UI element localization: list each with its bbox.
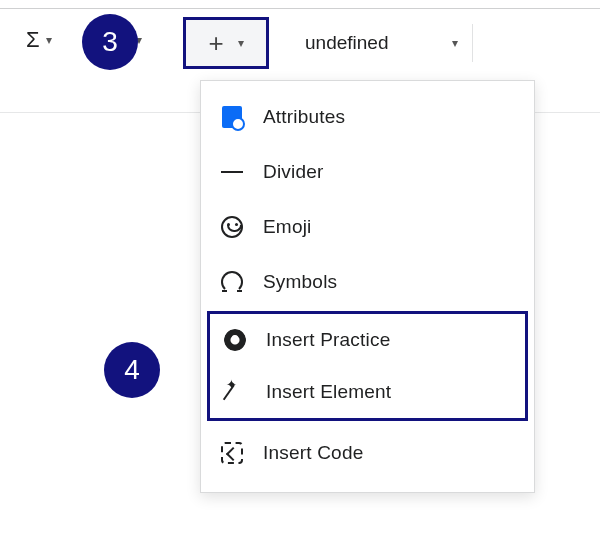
plus-icon: + (208, 30, 223, 56)
divider-icon (219, 159, 245, 185)
chevron-down-icon: ▾ (238, 36, 244, 50)
menu-item-attributes[interactable]: Attributes (201, 89, 534, 144)
practice-icon (222, 327, 248, 353)
menu-item-symbols[interactable]: Symbols (201, 254, 534, 309)
menu-item-insert-code[interactable]: Insert Code (201, 425, 534, 480)
insert-stuff-button[interactable]: + ▾ (183, 17, 269, 69)
callout-badge-3: 3 (82, 14, 138, 70)
menu-item-label: Divider (263, 161, 324, 183)
format-dropdown[interactable]: undefined ▾ (283, 24, 473, 62)
menu-item-divider[interactable]: Divider (201, 144, 534, 199)
attributes-icon (219, 104, 245, 130)
emoji-icon (219, 214, 245, 240)
menu-item-label: Symbols (263, 271, 337, 293)
equation-dropdown[interactable]: Σ ▾ (18, 18, 60, 62)
menu-item-label: Insert Element (266, 381, 391, 403)
menu-item-label: Insert Code (263, 442, 363, 464)
code-icon (219, 440, 245, 466)
toolbar-top-rule (0, 8, 600, 9)
chevron-down-icon: ▾ (452, 36, 458, 50)
menu-item-insert-practice[interactable]: Insert Practice (210, 314, 525, 366)
insert-menu: Attributes Divider Emoji Symbols Insert … (200, 80, 535, 493)
menu-item-label: Insert Practice (266, 329, 390, 351)
omega-icon (219, 269, 245, 295)
highlighted-menu-group: Insert Practice Insert Element (207, 311, 528, 421)
menu-item-label: Emoji (263, 216, 312, 238)
callout-badge-4: 4 (104, 342, 160, 398)
sigma-icon: Σ (26, 27, 40, 53)
menu-item-emoji[interactable]: Emoji (201, 199, 534, 254)
format-dropdown-label: undefined (305, 32, 388, 54)
menu-item-insert-element[interactable]: Insert Element (210, 366, 525, 418)
menu-item-label: Attributes (263, 106, 345, 128)
chevron-down-icon: ▾ (46, 33, 52, 47)
wand-icon (222, 379, 248, 405)
